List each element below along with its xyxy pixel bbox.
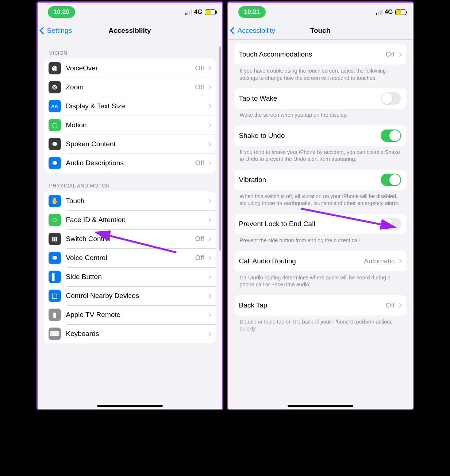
status-bar: 10:20 4G [38, 3, 222, 22]
settings-row[interactable]: ◌Motion [44, 116, 216, 135]
status-icons: 4G [376, 8, 406, 16]
settings-group: Back TapOff [235, 295, 406, 316]
status-icons: 4G [185, 8, 216, 16]
section-footer: If you tend to shake your iPhone by acci… [235, 146, 406, 170]
settings-row[interactable]: Tap to Wake [235, 88, 406, 109]
row-label: Apple TV Remote [66, 311, 207, 319]
switch-control-icon: ⊞ [49, 233, 61, 245]
row-label: Vibration [239, 176, 381, 184]
chevron-right-icon [207, 218, 211, 222]
chevron-left-icon [230, 27, 237, 34]
settings-row[interactable]: ✋Touch [44, 191, 216, 210]
settings-row[interactable]: 💬Audio DescriptionsOff [44, 154, 216, 173]
section-footer: When this switch is off, all vibration o… [235, 190, 406, 214]
settings-row[interactable]: 💬Spoken Content [44, 135, 216, 154]
row-value: Off [386, 50, 395, 58]
settings-group: Vibration [235, 170, 406, 190]
back-button[interactable]: Settings [38, 27, 72, 35]
row-label: Side Button [66, 273, 207, 281]
home-indicator[interactable] [97, 405, 163, 407]
content-scroll[interactable]: VISION◉VoiceOverOff⊚ZoomOffAADisplay & T… [38, 40, 222, 409]
row-label: Spoken Content [66, 140, 207, 148]
row-label: Tap to Wake [239, 94, 381, 102]
settings-row[interactable]: ⊞Switch ControlOff [44, 229, 216, 248]
chevron-right-icon [207, 199, 211, 204]
chevron-right-icon [397, 52, 402, 57]
back-label: Accessibility [238, 27, 275, 35]
settings-row[interactable]: ◉VoiceOverOff [44, 59, 216, 78]
row-value: Off [195, 83, 204, 91]
signal-icon [185, 9, 192, 15]
row-label: Face ID & Attention [66, 216, 207, 224]
settings-row[interactable]: Shake to Undo [235, 125, 406, 146]
row-label: Back Tap [239, 301, 386, 309]
settings-row[interactable]: ▌Side Button [44, 267, 216, 286]
chevron-right-icon [207, 104, 211, 109]
chevron-right-icon [207, 256, 211, 260]
settings-group: Tap to Wake [235, 88, 406, 109]
settings-group: Call Audio RoutingAutomatic [235, 251, 406, 271]
back-button[interactable]: Accessibility [228, 27, 275, 35]
touch-icon: ✋ [49, 195, 61, 207]
battery-icon [205, 9, 216, 15]
phone-right-touch: 10:21 4G Accessibility Touch Touch Accom… [227, 1, 414, 410]
spoken-content-icon: 💬 [49, 138, 61, 150]
row-value: Off [195, 254, 204, 262]
settings-row[interactable]: Back TapOff [235, 295, 406, 316]
row-label: Touch [66, 197, 207, 205]
settings-row[interactable]: ⌨Keyboards [44, 324, 216, 343]
status-time[interactable]: 10:20 [48, 6, 75, 18]
side-button-icon: ▌ [49, 271, 61, 283]
row-value: Off [195, 235, 204, 243]
network-label: 4G [385, 8, 393, 16]
section-header: PHYSICAL AND MOTOR [49, 183, 216, 189]
row-label: Keyboards [66, 330, 207, 338]
network-label: 4G [194, 8, 203, 16]
toggle-switch[interactable] [381, 92, 401, 105]
row-label: Voice Control [66, 254, 195, 262]
row-label: Zoom [66, 83, 195, 91]
settings-group: Touch AccommodationsOff [235, 44, 406, 65]
settings-row[interactable]: ▮Apple TV Remote [44, 305, 216, 324]
row-value: Off [386, 301, 395, 309]
row-label: Audio Descriptions [66, 159, 195, 167]
row-label: Switch Control [66, 235, 195, 243]
chevron-right-icon [207, 161, 211, 166]
chevron-right-icon [207, 275, 211, 279]
toggle-switch[interactable] [381, 129, 401, 142]
chevron-right-icon [207, 66, 211, 71]
chevron-right-icon [207, 237, 211, 241]
settings-group: Shake to Undo [235, 125, 406, 146]
content-scroll[interactable]: Touch AccommodationsOffIf you have troub… [228, 40, 413, 409]
navbar: Accessibility Touch [228, 22, 413, 40]
text-size-icon: AA [49, 100, 61, 112]
toggle-switch[interactable] [381, 218, 401, 230]
settings-row[interactable]: Touch AccommodationsOff [235, 44, 406, 65]
settings-row[interactable]: 💬Voice ControlOff [44, 248, 216, 267]
row-value: Automatic [364, 257, 395, 265]
settings-row[interactable]: ▢Control Nearby Devices [44, 286, 216, 305]
signal-icon [376, 9, 382, 15]
status-time[interactable]: 10:21 [238, 6, 266, 18]
row-value: Off [195, 64, 204, 72]
settings-group: Prevent Lock to End Call [235, 214, 406, 234]
chevron-right-icon [397, 259, 402, 263]
settings-row[interactable]: ☺Face ID & Attention [44, 210, 216, 229]
navbar: Settings Accessibility [38, 22, 222, 40]
row-label: Motion [66, 121, 207, 129]
toggle-switch[interactable] [381, 174, 401, 186]
row-value: Off [195, 159, 204, 167]
home-indicator[interactable] [288, 405, 353, 407]
row-label: VoiceOver [66, 64, 195, 72]
zoom-icon: ⊚ [49, 81, 61, 93]
section-footer: If you have trouble using the touch scre… [235, 65, 406, 88]
settings-row[interactable]: ⊚ZoomOff [44, 78, 216, 97]
settings-group: ◉VoiceOverOff⊚ZoomOffAADisplay & Text Si… [44, 59, 216, 173]
scrollbar[interactable] [219, 46, 221, 251]
section-footer: Prevent the side button from ending the … [235, 234, 406, 251]
settings-row[interactable]: Prevent Lock to End Call [235, 214, 406, 234]
settings-row[interactable]: AADisplay & Text Size [44, 97, 216, 116]
chevron-right-icon [207, 332, 211, 336]
settings-row[interactable]: Vibration [235, 170, 406, 190]
settings-row[interactable]: Call Audio RoutingAutomatic [235, 251, 406, 271]
